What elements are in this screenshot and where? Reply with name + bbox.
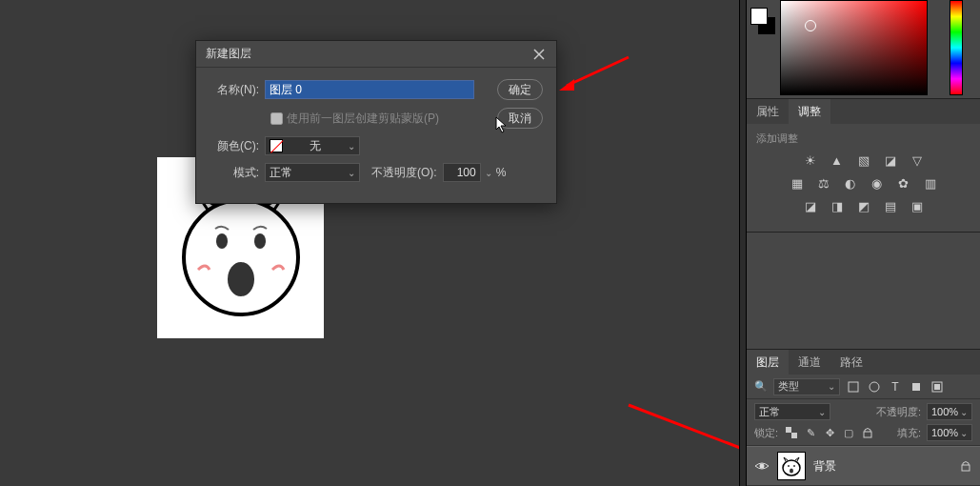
color-label: 颜色(C): <box>210 138 265 154</box>
layers-panel: 图层 通道 路径 🔍 类型⌄ T 正常⌄ 不 <box>747 350 980 486</box>
layer-item[interactable]: 背景 <box>747 446 980 486</box>
svg-point-19 <box>783 460 800 476</box>
layer-opacity-label: 不透明度: <box>876 405 921 419</box>
gradient-map-icon[interactable]: ▤ <box>881 197 900 214</box>
add-adjustment-label: 添加调整 <box>756 132 970 146</box>
svg-point-18 <box>760 464 765 469</box>
lock-transparent-icon[interactable] <box>784 425 799 440</box>
svg-rect-15 <box>786 427 791 433</box>
layer-name-text[interactable]: 背景 <box>813 458 951 475</box>
annotation-arrow <box>557 52 633 98</box>
mode-select[interactable]: 正常 ⌄ <box>265 163 360 182</box>
svg-rect-10 <box>849 382 858 392</box>
color-balance-icon[interactable]: ⚖ <box>814 174 833 192</box>
layer-filter-select[interactable]: 类型⌄ <box>773 378 840 395</box>
chevron-down-icon: ⌄ <box>481 168 496 178</box>
panel-divider[interactable] <box>739 0 747 486</box>
side-panels: 属性 调整 添加调整 ☀ ▲ ▧ ◪ ▽ ▦ ⚖ ◐ ◉ ✿ ▥ <box>739 0 980 486</box>
svg-point-11 <box>870 382 879 392</box>
color-picker-panel <box>747 0 980 99</box>
ok-button[interactable]: 确定 <box>497 79 543 100</box>
svg-point-2 <box>254 233 266 249</box>
mode-label: 模式: <box>210 165 265 181</box>
color-field[interactable] <box>780 0 928 95</box>
svg-rect-16 <box>791 433 797 438</box>
hue-icon[interactable]: ▦ <box>788 174 807 192</box>
close-icon[interactable] <box>531 47 547 62</box>
lock-icon[interactable] <box>959 459 972 473</box>
layer-list: 背景 <box>747 446 980 486</box>
bw-icon[interactable]: ◐ <box>841 174 860 192</box>
collapsed-panel <box>747 233 980 350</box>
tab-channels[interactable]: 通道 <box>789 350 830 375</box>
opacity-label: 不透明度(O): <box>360 165 443 181</box>
curves-icon[interactable]: ▧ <box>854 152 873 169</box>
foreground-color-icon[interactable] <box>750 8 768 25</box>
name-label: 名称(N): <box>210 82 265 98</box>
svg-point-0 <box>184 200 298 314</box>
invert-icon[interactable]: ◪ <box>801 197 820 214</box>
layer-name-input[interactable] <box>265 80 474 99</box>
svg-line-6 <box>567 57 629 86</box>
photo-filter-icon[interactable]: ◉ <box>868 174 887 192</box>
chevron-down-icon: ⌄ <box>348 168 355 178</box>
svg-rect-14 <box>934 384 940 390</box>
fill-select[interactable]: 100%⌄ <box>927 424 972 441</box>
cursor-icon <box>495 116 509 133</box>
svg-point-3 <box>228 262 254 296</box>
svg-rect-23 <box>962 465 970 471</box>
color-lookup-icon[interactable]: ▥ <box>921 174 940 192</box>
levels-icon[interactable]: ▲ <box>828 152 847 169</box>
lock-artboard-icon[interactable]: ▢ <box>841 425 856 440</box>
exposure-icon[interactable]: ◪ <box>881 152 900 169</box>
layer-thumbnail[interactable] <box>777 452 806 480</box>
none-color-swatch-icon <box>270 139 283 152</box>
lock-label: 锁定: <box>754 426 778 440</box>
svg-marker-7 <box>559 79 574 91</box>
lock-image-icon[interactable]: ✎ <box>803 425 818 440</box>
color-value: 无 <box>310 138 321 154</box>
hue-slider[interactable] <box>950 0 963 95</box>
vibrance-icon[interactable]: ▽ <box>908 152 927 169</box>
lock-position-icon[interactable]: ✥ <box>822 425 837 440</box>
svg-point-22 <box>790 469 793 474</box>
channel-mixer-icon[interactable]: ✿ <box>894 174 913 192</box>
selective-color-icon[interactable]: ▣ <box>908 197 927 214</box>
search-icon[interactable]: 🔍 <box>754 380 768 393</box>
filter-pixel-icon[interactable] <box>846 379 861 395</box>
blend-mode-select[interactable]: 正常⌄ <box>754 403 830 420</box>
tab-paths[interactable]: 路径 <box>830 350 872 375</box>
fill-label: 填充: <box>897 426 921 440</box>
clip-mask-checkbox <box>270 112 283 125</box>
svg-point-20 <box>788 465 790 467</box>
svg-line-8 <box>629 405 752 453</box>
filter-smart-icon[interactable] <box>930 379 945 395</box>
mode-value: 正常 <box>270 165 292 181</box>
layer-opacity-select[interactable]: 100%⌄ <box>927 403 972 420</box>
svg-point-21 <box>793 465 795 467</box>
tab-properties[interactable]: 属性 <box>747 99 789 124</box>
foreground-background-swatches[interactable] <box>750 8 777 36</box>
visibility-eye-icon[interactable] <box>754 458 770 474</box>
dialog-title: 新建图层 <box>206 46 251 62</box>
brightness-icon[interactable]: ☀ <box>801 152 820 169</box>
svg-point-1 <box>216 233 228 249</box>
svg-rect-12 <box>912 383 920 391</box>
filter-shape-icon[interactable] <box>909 379 924 395</box>
filter-adjust-icon[interactable] <box>867 379 882 395</box>
lock-all-icon[interactable] <box>860 425 875 440</box>
filter-type-icon[interactable]: T <box>888 379 903 395</box>
opacity-suffix: % <box>496 166 507 179</box>
tab-layers[interactable]: 图层 <box>747 350 789 375</box>
posterize-icon[interactable]: ◨ <box>828 197 847 214</box>
threshold-icon[interactable]: ◩ <box>854 197 873 214</box>
svg-rect-17 <box>864 432 871 437</box>
color-select[interactable]: 无 ⌄ <box>265 136 360 155</box>
tab-adjustments[interactable]: 调整 <box>789 99 830 124</box>
adjustments-panel: 属性 调整 添加调整 ☀ ▲ ▧ ◪ ▽ ▦ ⚖ ◐ ◉ ✿ ▥ <box>747 99 980 233</box>
dialog-title-bar[interactable]: 新建图层 <box>196 41 556 68</box>
clip-mask-label: 使用前一图层创建剪贴蒙版(P) <box>287 111 439 127</box>
chevron-down-icon: ⌄ <box>348 141 355 152</box>
opacity-input[interactable] <box>443 163 481 182</box>
